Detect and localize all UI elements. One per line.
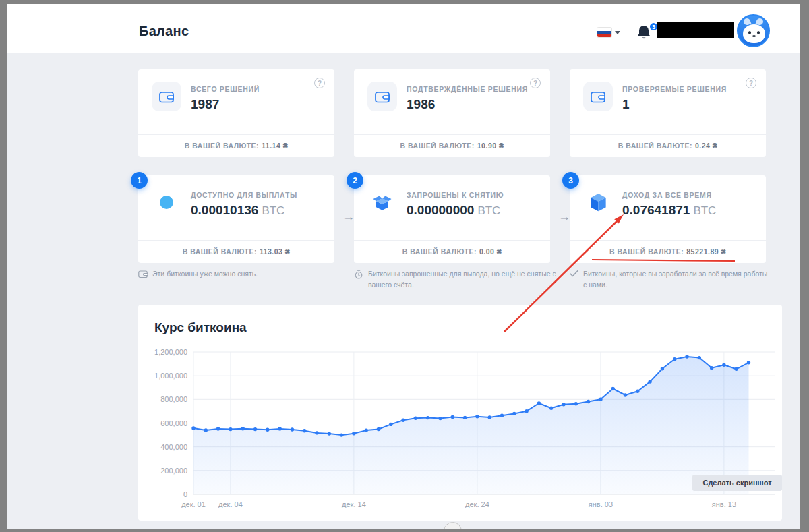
btc-value: 0.00010136BTC [191,203,297,218]
box-icon-box [367,187,397,217]
page-title: Баланс [139,24,189,39]
language-selector[interactable] [597,28,620,37]
card-footer: В ВАШЕЙ ВАЛЮТЕ:0.24 ₴ [570,134,766,156]
svg-text:дек. 04: дек. 04 [218,500,243,508]
svg-text:200,000: 200,000 [160,467,187,475]
note-income: Биткоины, которые вы заработали за всё в… [570,269,772,291]
username-redacted[interactable] [657,22,734,38]
svg-text:800,000: 800,000 [160,395,187,403]
help-icon[interactable]: ? [746,78,756,88]
chevron-down-icon [615,31,620,34]
wallet-small-icon [138,270,148,278]
card-value: 1 [622,97,727,112]
bitcoin-rate-chart: 0200,000400,000600,000800,0001,000,0001,… [138,344,782,512]
wallet-icon-box [367,82,397,111]
flow-arrow-icon: → [558,210,570,224]
card-label: ДОХОД ЗА ВСЁ ВРЕМЯ [622,191,716,199]
card-total-solutions: ВСЕГО РЕШЕНИЙ 1987 ? В ВАШЕЙ ВАЛЮТЕ:11.1… [138,69,334,157]
card-available-for-payout: 1 ДОСТУПНО ДЛЯ ВЫПЛАТЫ 0.00010136BTC В В… [138,175,334,263]
card-footer: В ВАШЕЙ ВАЛЮТЕ:85221.89 ₴ [570,240,766,262]
step-badge-3: 3 [562,172,579,189]
check-icon [570,270,578,277]
cube-icon-box [583,187,613,217]
card-label: ДОСТУПНО ДЛЯ ВЫПЛАТЫ [191,191,297,199]
card-footer: В ВАШЕЙ ВАЛЮТЕ:11.14 ₴ [138,134,334,156]
balance-page: Баланс 3 [7,4,800,529]
step-badge-2: 2 [347,172,363,189]
card-total-income: 3 ДОХОД ЗА ВСЁ ВРЕМЯ 0.07641871BTC В ВАШ… [570,175,766,263]
card-requested-withdrawal: 2 ЗАПРОШЕНЫ К СНЯТИЮ 0.00000000BTC В ВАШ… [354,175,550,263]
svg-text:400,000: 400,000 [160,443,187,451]
blue-dot-icon [160,196,173,209]
card-value: 1987 [191,97,260,112]
svg-text:1,000,000: 1,000,000 [154,372,187,380]
svg-text:1,200,000: 1,200,000 [154,348,187,356]
card-label: ПРОВЕРЯЕМЫЕ РЕШЕНИЯ [622,85,727,93]
card-label: ПОДТВЕРЖДЁННЫЕ РЕШЕНИЯ [407,85,528,93]
header: Баланс 3 [7,4,800,53]
russian-flag-icon [597,28,611,37]
mascot-face [743,24,765,43]
note-requested: Биткоины запрошенные для вывода, но ещё … [354,269,556,291]
btc-value: 0.07641871BTC [622,203,716,218]
wallet-icon [375,90,390,103]
svg-text:дек. 24: дек. 24 [465,500,489,508]
wallet-icon-box [152,82,181,111]
card-footer: В ВАШЕЙ ВАЛЮТЕ:0.00 ₴ [354,240,550,262]
take-screenshot-button[interactable]: Сделать скриншот [692,475,782,491]
wallet-icon [159,90,174,103]
svg-text:0: 0 [183,490,187,498]
flow-arrow-icon: → [342,210,355,224]
card-value: 1986 [407,97,528,112]
bitcoin-rate-card: Курс биткоина 0200,000400,000600,000800,… [138,305,782,521]
avatar[interactable] [737,14,770,47]
card-label: ВСЕГО РЕШЕНИЙ [191,85,260,93]
svg-text:дек. 14: дек. 14 [342,500,366,508]
svg-text:янв. 03: янв. 03 [589,500,613,508]
help-icon[interactable]: ? [314,78,325,88]
step-badge-1: 1 [131,172,148,189]
svg-text:дек. 01: дек. 01 [181,500,206,508]
open-box-icon [372,194,392,212]
dot-icon-box [152,187,181,217]
notifications-button[interactable]: 3 [636,24,655,43]
cube-icon [589,193,607,212]
card-confirmed-solutions: ПОДТВЕРЖДЁННЫЕ РЕШЕНИЯ 1986 ? В ВАШЕЙ ВА… [354,69,550,157]
card-footer: В ВАШЕЙ ВАЛЮТЕ:10.90 ₴ [354,134,550,156]
card-label: ЗАПРОШЕНЫ К СНЯТИЮ [407,191,504,199]
wallet-icon-box [583,82,613,111]
btc-value: 0.00000000BTC [407,203,504,218]
svg-text:600,000: 600,000 [160,419,187,427]
card-checking-solutions: ПРОВЕРЯЕМЫЕ РЕШЕНИЯ 1 ? В ВАШЕЙ ВАЛЮТЕ:0… [570,69,766,157]
card-footer: В ВАШЕЙ ВАЛЮТЕ:113.03 ₴ [138,240,334,262]
timer-icon [354,270,363,279]
wallet-icon [591,90,605,103]
note-available: Эти биткоины уже можно снять. [138,269,334,280]
chart-title: Курс биткоина [154,320,247,335]
svg-text:янв. 13: янв. 13 [712,500,736,508]
help-icon[interactable]: ? [530,78,541,88]
